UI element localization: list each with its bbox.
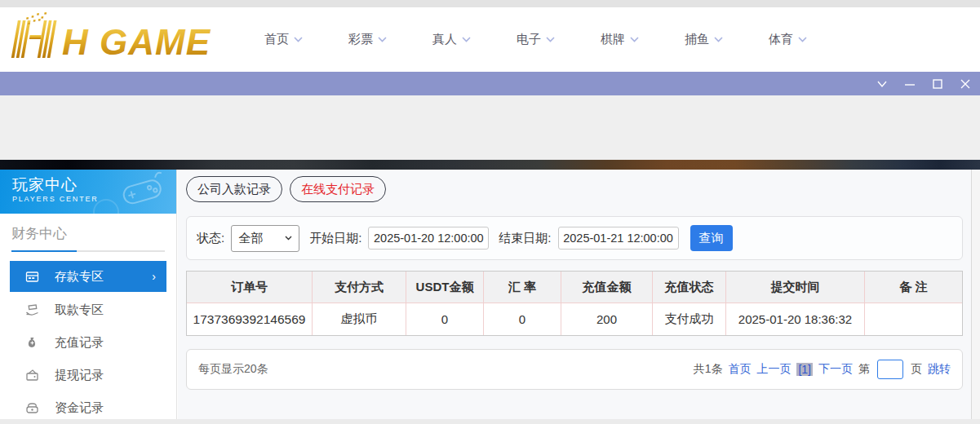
cell-usdt-amount: 0 — [406, 303, 483, 335]
section-underline — [11, 250, 165, 252]
nav-label: 彩票 — [348, 32, 373, 47]
prev-page-link[interactable]: 上一页 — [756, 362, 791, 377]
window-titlebar — [0, 72, 980, 95]
total-count-text: 共1条 — [694, 362, 723, 377]
start-date-label: 开始日期: — [309, 231, 361, 246]
nav-label: 体育 — [769, 32, 793, 47]
close-button[interactable] — [959, 77, 971, 90]
chevron-down-icon — [798, 37, 807, 42]
sidebar-item-withdrawal-records[interactable]: 提现记录 — [0, 359, 176, 391]
chevron-down-icon — [876, 78, 888, 90]
first-page-link[interactable]: 首页 — [728, 362, 751, 377]
chevron-down-icon — [546, 37, 555, 42]
col-header-recharge-status: 充值状态 — [652, 272, 725, 303]
col-header-submit-time: 提交时间 — [725, 272, 864, 303]
nav-item-fishing[interactable]: 捕鱼 — [662, 32, 746, 47]
col-header-payment-method: 支付方式 — [312, 272, 406, 303]
nav-item-slots[interactable]: 电子 — [494, 32, 578, 47]
cell-recharge-amount: 200 — [561, 303, 652, 335]
sidebar-item-withdraw-zone[interactable]: 取款专区 — [0, 294, 176, 326]
cell-recharge-status: 支付成功 — [652, 303, 725, 335]
chevron-down-icon — [714, 37, 723, 42]
sidebar-item-label: 取款专区 — [55, 303, 104, 318]
status-select-value: 全部 — [238, 231, 263, 246]
funds-record-icon — [25, 401, 39, 415]
minimize-icon — [904, 78, 916, 90]
sidebar-item-recharge-records[interactable]: 充值记录 — [0, 326, 176, 359]
chevron-down-icon — [285, 236, 292, 241]
nav-label: 捕鱼 — [685, 32, 709, 47]
end-date-input[interactable] — [558, 227, 679, 250]
status-select[interactable]: 全部 — [231, 225, 299, 252]
sidebar-section-title: 财务中心 — [11, 224, 176, 243]
end-date-label: 结束日期: — [499, 231, 551, 246]
chevron-down-icon — [294, 37, 303, 42]
col-header-remark: 备 注 — [864, 272, 962, 303]
search-button[interactable]: 查询 — [690, 225, 733, 251]
banner-strip — [0, 160, 980, 170]
page-size-text: 每页显示20条 — [198, 362, 268, 377]
page-background-band — [0, 95, 980, 160]
cell-exchange-rate: 0 — [483, 303, 561, 335]
jump-page-input[interactable] — [877, 360, 903, 379]
nav-label: 电子 — [517, 32, 541, 47]
nav-item-lottery[interactable]: 彩票 — [326, 32, 410, 47]
start-date-input[interactable] — [368, 227, 489, 250]
tab-online-payment-records[interactable]: 在线支付记录 — [290, 176, 386, 202]
tab-company-deposit-records[interactable]: 公司入款记录 — [186, 176, 282, 202]
chevron-down-icon — [378, 37, 387, 42]
main-nav: 首页 彩票 真人 电子 棋牌 捕鱼 — [242, 7, 830, 72]
bottom-strip — [0, 419, 980, 424]
pagination-bar: 每页显示20条 共1条 首页 上一页 [1] 下一页 第 页 跳转 — [186, 349, 963, 390]
col-header-order-no: 订单号 — [187, 272, 312, 303]
logo-graphic: H GAME — [7, 11, 235, 68]
col-header-usdt-amount: USDT金额 — [406, 272, 483, 303]
app-header: H GAME 首页 彩票 真人 电子 棋牌 — [0, 7, 980, 72]
pager: 共1条 首页 上一页 [1] 下一页 第 页 跳转 — [694, 360, 951, 379]
scrollbar[interactable] — [971, 170, 980, 419]
withdrawal-record-icon — [25, 369, 39, 382]
cell-order-no: 1737369392146569 — [187, 303, 312, 335]
nav-item-live-casino[interactable]: 真人 — [410, 32, 494, 47]
collapse-button[interactable] — [876, 77, 888, 90]
records-table: 订单号 支付方式 USDT金额 汇 率 充值金额 充值状态 提交时间 备 注 1… — [186, 271, 963, 336]
sidebar-item-label: 资金记录 — [55, 400, 104, 416]
sidebar-item-label: 存款专区 — [55, 269, 104, 285]
nav-label: 棋牌 — [601, 32, 625, 47]
record-tabs: 公司入款记录 在线支付记录 — [186, 176, 386, 202]
maximize-button[interactable] — [931, 77, 943, 90]
sidebar: 玩家中心 PLAYERS CENTER 财务中心 — [0, 170, 177, 419]
deposit-icon — [25, 270, 39, 284]
minimize-button[interactable] — [903, 77, 916, 90]
sidebar-menu: 存款专区 › 取款专区 — [0, 261, 176, 424]
cell-payment-method: 虚拟币 — [312, 303, 406, 335]
sidebar-item-deposit-zone[interactable]: 存款专区 › — [10, 261, 166, 292]
next-page-link[interactable]: 下一页 — [818, 362, 853, 377]
status-label: 状态: — [197, 231, 224, 246]
chevron-right-icon: › — [152, 270, 156, 283]
filter-bar: 状态: 全部 开始日期: 结束日期: 查询 — [186, 216, 963, 260]
jump-suffix-label: 页 — [911, 362, 922, 377]
chevron-down-icon — [462, 37, 471, 42]
withdraw-icon — [25, 303, 39, 317]
sidebar-header: 玩家中心 PLAYERS CENTER — [0, 170, 176, 214]
main-content: 公司入款记录 在线支付记录 状态: 全部 开始日期: 结束日期: 查询 订单号 … — [178, 170, 971, 419]
col-header-recharge-amount: 充值金额 — [561, 272, 652, 303]
current-page-indicator: [1] — [796, 363, 813, 376]
nav-item-chess-cards[interactable]: 棋牌 — [578, 32, 662, 47]
sidebar-item-label: 充值记录 — [55, 335, 104, 351]
nav-item-sports[interactable]: 体育 — [746, 32, 830, 47]
cell-remark — [864, 303, 962, 335]
chevron-down-icon — [630, 37, 639, 42]
top-strip — [0, 0, 980, 7]
nav-item-home[interactable]: 首页 — [242, 32, 326, 47]
recharge-record-icon — [25, 336, 39, 350]
logo-text: H GAME — [62, 22, 211, 62]
jump-button[interactable]: 跳转 — [928, 362, 951, 377]
nav-label: 首页 — [264, 32, 289, 47]
maximize-icon — [932, 78, 943, 90]
brand-logo[interactable]: H GAME — [7, 11, 235, 68]
sidebar-item-label: 提现记录 — [55, 368, 104, 383]
nav-label: 真人 — [432, 32, 457, 47]
close-icon — [960, 78, 971, 90]
